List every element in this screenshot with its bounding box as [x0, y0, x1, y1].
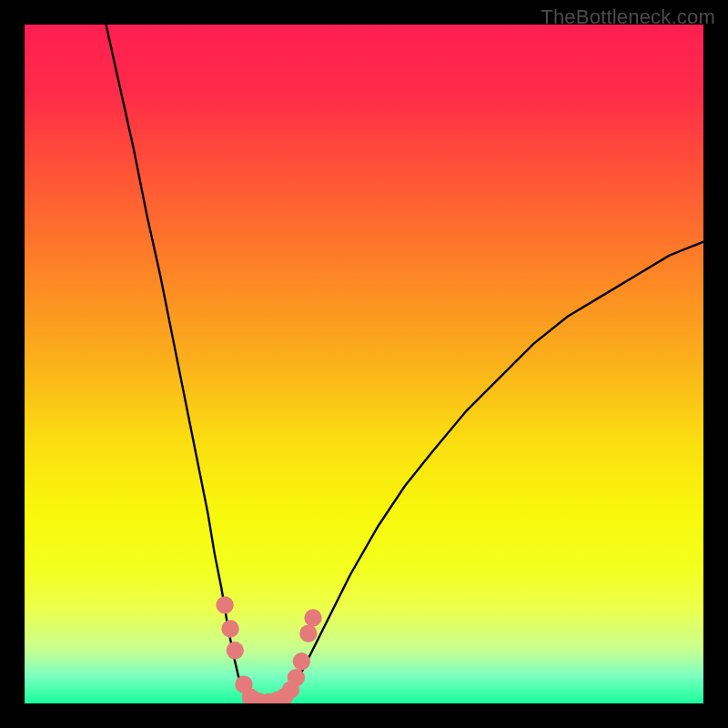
data-marker: [304, 609, 321, 626]
watermark-text: TheBottleneck.com: [541, 5, 715, 29]
data-marker: [299, 624, 317, 642]
data-marker: [216, 596, 233, 613]
data-marker: [288, 669, 305, 686]
chart-svg: [25, 25, 703, 703]
gradient-background: [25, 25, 703, 703]
chart-frame: TheBottleneck.com: [0, 0, 728, 728]
data-marker: [293, 652, 310, 670]
data-marker: [227, 642, 244, 659]
plot-area: [25, 25, 703, 703]
data-marker: [221, 620, 238, 637]
